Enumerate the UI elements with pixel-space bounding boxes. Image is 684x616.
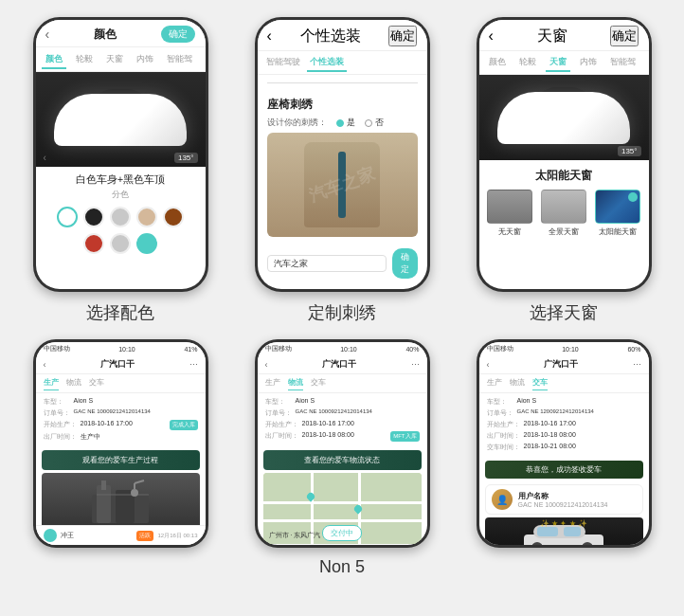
phone1-confirm-btn[interactable]: 确定 <box>161 26 195 43</box>
logistics-banner[interactable]: 查看您的爱车物流状态 <box>263 450 422 470</box>
tab-interior-1[interactable]: 内饰 <box>133 51 157 69</box>
embroidery-text-input[interactable] <box>267 255 387 272</box>
phone1-mockup: ‹ 颜色 确定 颜色 轮毅 天窗 内饰 智能驾 <box>33 17 208 292</box>
back-icon-3[interactable]: ‹ <box>489 27 494 45</box>
roof-solar-label: 太阳能天窗 <box>599 226 637 237</box>
roof-no-img <box>487 190 532 224</box>
phone6-info: 车型： Aion S 订单号： GAC NE 12009212412014134… <box>479 393 649 458</box>
embroidery-confirm-btn[interactable]: 确定 <box>392 248 418 279</box>
color-white[interactable] <box>57 207 78 227</box>
tab-logistics-6[interactable]: 物流 <box>510 377 525 390</box>
model-value-6: Aion S <box>517 397 641 407</box>
info-row-factory-4: 出厂时间： 生产中 <box>44 432 198 442</box>
color-description: 白色车身+黑色车顶 <box>36 172 206 187</box>
tab-logistics-5[interactable]: 物流 <box>288 377 303 390</box>
tab-delivery-5[interactable]: 交车 <box>311 377 326 390</box>
menu-4[interactable]: ⋯ <box>189 360 198 370</box>
tab-auto-1[interactable]: 智能驾 <box>163 51 196 69</box>
info-row-model-6: 车型： Aion S <box>487 397 641 407</box>
seat-image: 汽车之家 <box>267 133 418 237</box>
divider <box>267 82 418 83</box>
tab-roof-3[interactable]: 天窗 <box>546 54 570 72</box>
phone4-title: 广汽口干 <box>100 358 135 371</box>
tab-production-4[interactable]: 生产 <box>44 377 59 390</box>
tab-color-3[interactable]: 颜色 <box>485 54 510 72</box>
phone1-header: ‹ 颜色 确定 <box>36 20 206 47</box>
roof-full-label: 全景天窗 <box>549 226 579 237</box>
phone1-screen: ‹ 颜色 确定 颜色 轮毅 天窗 内饰 智能驾 <box>36 20 206 289</box>
phone6-screen: 中国移动 10:10 60% ‹ 广汽口干 ⋯ 生产 物流 交车 车型： <box>479 342 649 545</box>
msg-time-4: 12月16日 00:13 <box>157 532 197 540</box>
battery-4: 41% <box>184 346 197 353</box>
tab-delivery-4[interactable]: 交车 <box>89 377 104 390</box>
menu-6[interactable]: ⋯ <box>633 360 641 370</box>
roof-option-full[interactable]: 全景天窗 <box>541 190 586 237</box>
color-silver[interactable] <box>110 207 131 227</box>
model-value-4: Aion S <box>74 397 198 407</box>
phone3-confirm-btn[interactable]: 确定 <box>610 26 639 46</box>
angle-badge: 135° <box>174 153 198 163</box>
color-brown[interactable] <box>163 207 184 227</box>
phone6-header: ‹ 广汽口干 ⋯ <box>479 355 649 374</box>
info-row-prod-5: 开始生产： 2018-10-16 17:00 <box>265 420 420 429</box>
color-beige[interactable] <box>136 207 157 227</box>
tab-interior-3[interactable]: 内饰 <box>576 54 601 72</box>
info-row-factory-6: 出厂时间： 2018-10-18 08:00 <box>487 431 641 441</box>
user-card: 👤 用户名称 GAC NE 10009212412014134 <box>485 484 643 515</box>
tab-auto-3[interactable]: 智能驾 <box>606 54 639 72</box>
sunroof-section-title: 太阳能天窗 <box>479 160 649 190</box>
tab-production-6[interactable]: 生产 <box>487 377 502 390</box>
menu-5[interactable]: ⋯ <box>411 360 420 370</box>
phone3-mockup: ‹ 天窗 确定 颜色 轮毅 天窗 内饰 智能驾 <box>477 17 652 292</box>
phone3-header: ‹ 天窗 确定 <box>479 20 649 51</box>
tab-wheel-3[interactable]: 轮毅 <box>515 54 540 72</box>
angle-badge-3: 135° <box>618 146 641 156</box>
car-body <box>54 94 187 146</box>
angle-left-icon[interactable]: ‹ <box>44 153 46 163</box>
order-value-4: GAC NE 10009212412014134 <box>74 408 198 418</box>
prod-badge-4: 完成入库 <box>170 420 198 430</box>
radio-dot-no <box>365 119 372 127</box>
radio-no-label: 否 <box>375 117 384 129</box>
radio-no[interactable]: 否 <box>365 117 384 129</box>
roof-option-no[interactable]: 无天窗 <box>487 190 532 237</box>
tab-delivery-6[interactable]: 交车 <box>532 377 548 390</box>
phone2-confirm-btn[interactable]: 确定 <box>388 26 417 46</box>
roof-option-solar[interactable]: 太阳能天窗 <box>595 190 640 237</box>
factory-label-5: 出厂时间： <box>265 431 298 442</box>
phone1-car-img <box>54 89 187 151</box>
back-6[interactable]: ‹ <box>487 360 490 370</box>
tab-custom[interactable]: 个性选装 <box>307 54 347 72</box>
order-label-6: 订单号： <box>487 408 513 418</box>
tab-wheel-1[interactable]: 轮毅 <box>72 51 97 69</box>
color-gray[interactable] <box>110 233 131 254</box>
svg-rect-11 <box>537 527 558 536</box>
phone5-section: 中国移动 10:10 40% ‹ 广汽口干 ⋯ 生产 物流 交车 车型： <box>231 332 453 585</box>
phone1-car-display: ‹ 135° <box>36 72 206 167</box>
back-4[interactable]: ‹ <box>44 360 46 370</box>
color-red[interactable] <box>83 233 104 254</box>
phone5-tabs: 生产 物流 交车 <box>258 374 427 393</box>
back-5[interactable]: ‹ <box>265 360 268 370</box>
tab-smart-drive[interactable]: 智能驾驶 <box>263 54 303 72</box>
tab-roof-1[interactable]: 天窗 <box>102 51 127 69</box>
radio-prompt: 设计你的刺绣： <box>267 117 327 129</box>
phone6-mockup: 中国移动 10:10 60% ‹ 广汽口干 ⋯ 生产 物流 交车 车型： <box>477 339 652 548</box>
production-banner[interactable]: 观看您的爱车生产过程 <box>42 450 200 470</box>
tab-logistics-4[interactable]: 物流 <box>66 377 81 390</box>
tab-color-1[interactable]: 颜色 <box>42 51 66 69</box>
color-black[interactable] <box>83 207 104 227</box>
back-icon-2[interactable]: ‹ <box>267 27 272 45</box>
tab-production-5[interactable]: 生产 <box>265 377 280 390</box>
back-icon[interactable]: ‹ <box>45 27 50 42</box>
radio-yes[interactable]: 是 <box>336 117 355 129</box>
order-label-5: 订单号： <box>265 408 292 418</box>
phone6-section: 中国移动 10:10 60% ‹ 广汽口干 ⋯ 生产 物流 交车 车型： <box>453 332 675 585</box>
color-grid <box>36 207 206 260</box>
phone6-tabs: 生产 物流 交车 <box>479 374 649 393</box>
phone5-mockup: 中国移动 10:10 40% ‹ 广汽口干 ⋯ 生产 物流 交车 车型： <box>255 339 430 548</box>
prod-start-label-4: 开始生产： <box>44 420 77 430</box>
color-teal[interactable] <box>136 233 157 254</box>
battery-6: 60% <box>627 346 640 353</box>
phone5-label-area: 交付中 <box>258 525 427 541</box>
